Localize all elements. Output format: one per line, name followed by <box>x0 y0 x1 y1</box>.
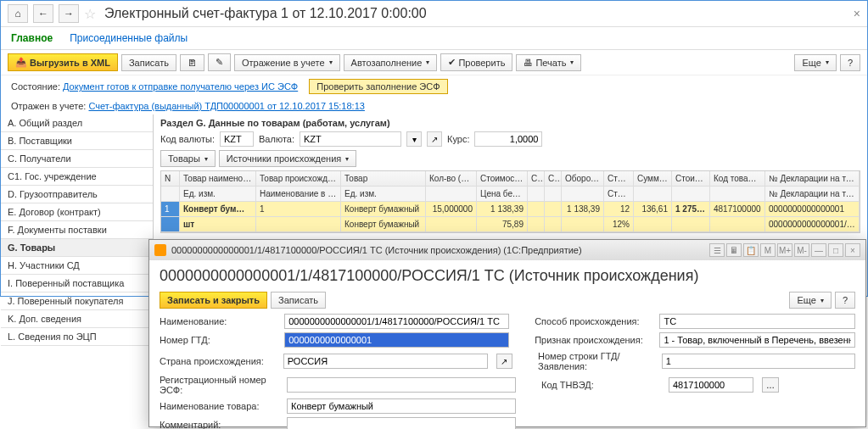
line-input[interactable] <box>662 354 855 369</box>
modal-help-button[interactable]: ? <box>835 292 855 309</box>
gtd-label: Номер ГТД: <box>160 335 276 345</box>
modal-mminus[interactable]: M- <box>794 243 809 257</box>
currency-code-input[interactable] <box>220 131 254 147</box>
rate-label: Курс: <box>447 134 469 144</box>
source-modal: 0000000000000001/1/4817100000/РОССИЯ/1 Т… <box>148 239 866 427</box>
app-icon <box>154 244 166 256</box>
tab-files[interactable]: Присоединенные файлы <box>70 32 188 44</box>
home-button[interactable]: ⌂ <box>8 4 28 23</box>
modal-body: Наименование: Способ происхождения: Номе… <box>149 314 865 429</box>
rate-input[interactable] <box>474 131 542 147</box>
country-open[interactable]: ↗ <box>496 354 512 369</box>
forward-button[interactable]: → <box>59 4 79 23</box>
tabs: Главное Присоединенные файлы <box>1 27 867 50</box>
modal-minimize[interactable]: — <box>811 243 826 257</box>
tnved-input[interactable] <box>669 377 753 393</box>
reflect-button[interactable]: Отражение в учете▾ <box>234 54 340 71</box>
back-button[interactable]: ← <box>33 4 53 23</box>
tab-main[interactable]: Главное <box>11 32 53 44</box>
autofill-button[interactable]: Автозаполнение▾ <box>344 54 438 71</box>
icon-button-2[interactable]: ✎ <box>208 53 231 71</box>
print-button[interactable]: 🖶Печать▾ <box>516 54 581 71</box>
modal-m[interactable]: M <box>760 243 776 257</box>
currency-row: Код валюты: Валюта: ▾ ↗ Курс: <box>160 131 860 147</box>
status-row: Состояние: Документ готов к отправке пол… <box>1 75 867 98</box>
window-title: Электронный счет-фактура 1 от 12.10.2017… <box>104 6 427 21</box>
modal-mplus[interactable]: M+ <box>777 243 792 257</box>
subtab-goods[interactable]: Товары▾ <box>160 150 216 167</box>
toolbar: 📤Выгрузить в XML Записать 🖹 ✎ Отражение … <box>1 50 867 75</box>
sidebar-item-k[interactable]: K. Доп. сведения <box>1 310 153 328</box>
name-input[interactable] <box>284 314 509 329</box>
export-xml-button[interactable]: 📤Выгрузить в XML <box>8 53 118 71</box>
currency-dropdown[interactable]: ▾ <box>406 131 422 147</box>
modal-tool-1[interactable]: ☰ <box>709 243 725 257</box>
modal-maximize[interactable]: □ <box>828 243 843 257</box>
goods-input[interactable] <box>287 398 516 414</box>
feature-label: Признак происхождения: <box>535 335 651 345</box>
method-label: Способ происхождения: <box>535 316 651 326</box>
goods-label: Наименование товара: <box>160 401 278 411</box>
modal-toolbar: Записать и закрыть Записать Еще▾ ? <box>149 292 865 314</box>
subtabs: Товары▾ Источники происхождения▾ <box>160 150 860 167</box>
country-input[interactable] <box>283 354 488 369</box>
table-row[interactable]: 1Конверт бум…1Конверт бумажный15,0000001… <box>161 202 860 217</box>
sidebar-item-g[interactable]: G. Товары <box>1 239 153 257</box>
reflected-row: Отражен в учете: Счет-фактура (выданный)… <box>1 98 867 114</box>
reflected-link[interactable]: Счет-фактура (выданный) ТДП00000001 от 1… <box>88 101 364 111</box>
feature-input[interactable] <box>659 332 855 348</box>
status-label: Состояние: <box>11 81 60 92</box>
sidebar-item-j[interactable]: J. Поверенный покупателя <box>1 292 153 310</box>
sidebar-item-c1[interactable]: C1. Гос. учреждение <box>1 168 153 186</box>
currency-code-label: Код валюты: <box>160 134 215 144</box>
sidebar-item-f[interactable]: F. Документы поставки <box>1 221 153 239</box>
name-label: Наименование: <box>160 316 276 326</box>
reg-label: Регистрационный номер ЭСФ: <box>160 375 278 395</box>
modal-heading: 0000000000000001/1/4817100000/РОССИЯ/1 Т… <box>149 260 865 292</box>
modal-save-button[interactable]: Записать <box>271 292 326 309</box>
country-label: Страна происхождения: <box>160 356 275 366</box>
gtd-input[interactable] <box>284 332 509 348</box>
table-row[interactable]: штКонверт бумажный75,8912%00000000000000… <box>161 217 860 232</box>
save-button[interactable]: Записать <box>121 54 176 71</box>
help-button[interactable]: ? <box>840 54 860 71</box>
close-button[interactable]: × <box>854 7 860 20</box>
sidebar-item-d[interactable]: D. Грузоотправитель <box>1 186 153 203</box>
modal-title: 0000000000000001/1/4817100000/РОССИЯ/1 Т… <box>171 245 704 255</box>
validate-button[interactable]: Проверить заполнение ЭСФ <box>309 79 447 94</box>
status-link[interactable]: Документ готов к отправке получателю чер… <box>63 81 298 92</box>
tnved-label: Код ТНВЭД: <box>541 380 660 390</box>
comment-input[interactable] <box>287 417 516 429</box>
more-button[interactable]: Еще▾ <box>794 54 836 71</box>
line-label: Номер строки ГТД/Заявления: <box>538 351 653 371</box>
check-button[interactable]: ✔Проверить <box>440 53 512 71</box>
titlebar: ⌂ ← → ☆ Электронный счет-фактура 1 от 12… <box>1 1 867 27</box>
currency-input[interactable] <box>300 131 401 147</box>
currency-open[interactable]: ↗ <box>427 131 442 147</box>
reg-input[interactable] <box>287 377 516 393</box>
reflected-label: Отражен в учете: <box>11 101 86 111</box>
modal-more-button[interactable]: Еще▾ <box>789 292 831 309</box>
sidebar-item-a[interactable]: A. Общий раздел <box>1 114 153 132</box>
comment-label: Комментарий: <box>160 420 278 429</box>
section-title: Раздел G. Данные по товарам (работам, ус… <box>160 118 860 128</box>
sidebar-item-c[interactable]: C. Получатели <box>1 150 153 168</box>
sidebar-item-b[interactable]: B. Поставщики <box>1 132 153 150</box>
sidebar-item-h[interactable]: H. Участники СД <box>1 257 153 275</box>
sidebar-item-l[interactable]: L. Сведения по ЭЦП <box>1 328 153 346</box>
sidebar-item-e[interactable]: E. Договор (контракт) <box>1 203 153 221</box>
table-subheader: Ед. изм.Наименование в соответствии с …Е… <box>161 187 860 202</box>
save-close-button[interactable]: Записать и закрыть <box>160 292 267 309</box>
tnved-pick[interactable]: … <box>762 377 779 393</box>
favorite-icon[interactable]: ☆ <box>84 6 96 22</box>
modal-titlebar: 0000000000000001/1/4817100000/РОССИЯ/1 Т… <box>149 240 865 260</box>
method-input[interactable] <box>659 314 855 329</box>
modal-tool-3[interactable]: 📋 <box>743 243 759 257</box>
subtab-sources[interactable]: Источники происхождения▾ <box>219 150 356 167</box>
sidebar-item-i[interactable]: I. Поверенный поставщика <box>1 275 153 292</box>
modal-tool-2[interactable]: 🖩 <box>726 243 742 257</box>
sidebar: A. Общий раздел B. Поставщики C. Получат… <box>1 114 154 309</box>
currency-label: Валюта: <box>259 134 294 144</box>
modal-close[interactable]: × <box>845 243 860 257</box>
icon-button-1[interactable]: 🖹 <box>180 54 204 71</box>
